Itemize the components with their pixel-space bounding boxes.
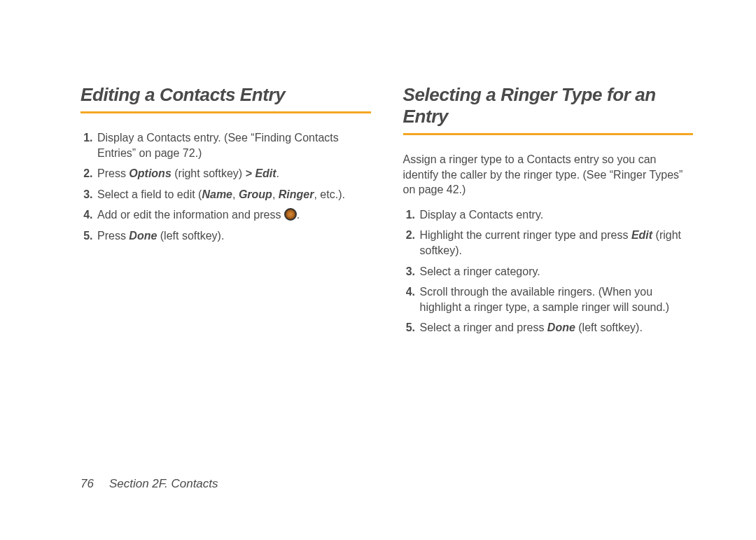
right-column: Selecting a Ringer Type for an Entry Ass… (403, 84, 694, 540)
field-name: Name (202, 188, 232, 200)
step-item: Display a Contacts entry. (419, 207, 694, 223)
ui-label-options: Options (129, 167, 171, 179)
step-item: Select a ringer category. (419, 264, 694, 279)
step-text: Press (97, 167, 129, 179)
step-text: . (276, 167, 279, 179)
step-text: Display a Contacts entry. (See “Finding … (97, 132, 339, 159)
step-item: Press Done (left softkey). (96, 228, 371, 244)
step-text: Press (97, 230, 129, 242)
step-item: Press Options (right softkey) > Edit. (96, 166, 371, 181)
ui-label-done: Done (547, 321, 575, 333)
steps-list-ringer: Display a Contacts entry. Highlight the … (403, 207, 694, 335)
field-ringer: Ringer (279, 188, 314, 200)
intro-paragraph: Assign a ringer type to a Contacts entry… (403, 152, 694, 198)
step-item: Select a field to edit (Name, Group, Rin… (96, 187, 371, 202)
step-text: (right softkey) (172, 167, 246, 179)
steps-list-editing: Display a Contacts entry. (See “Finding … (80, 130, 371, 244)
step-text: Display a Contacts entry. (420, 209, 544, 221)
step-item: Display a Contacts entry. (See “Finding … (96, 130, 371, 160)
page-number: 76 (80, 477, 94, 490)
heading-selecting-ringer: Selecting a Ringer Type for an Entry (403, 84, 694, 127)
step-text: , (232, 188, 239, 200)
step-text: . (297, 209, 300, 221)
ui-label-edit: Edit (631, 229, 652, 241)
ui-label-done: Done (129, 230, 157, 242)
accent-bar (403, 133, 694, 135)
ui-label-edit: > Edit (246, 167, 276, 179)
step-text: Select a ringer and press (420, 321, 547, 333)
page-footer: 76Section 2F. Contacts (80, 477, 218, 491)
step-text: Add or edit the information and press (97, 209, 284, 221)
field-group: Group (239, 188, 272, 200)
step-text: Scroll through the available ringers. (W… (420, 286, 670, 313)
center-key-icon (284, 208, 297, 221)
step-text: Select a field to edit ( (97, 188, 202, 200)
heading-editing-contacts: Editing a Contacts Entry (80, 84, 371, 106)
step-text: , (272, 188, 279, 200)
step-item: Scroll through the available ringers. (W… (419, 284, 694, 314)
section-label: Section 2F. Contacts (109, 477, 218, 490)
left-column: Editing a Contacts Entry Display a Conta… (80, 84, 371, 540)
step-text: , etc.). (314, 188, 344, 200)
step-text: Select a ringer category. (420, 265, 540, 277)
step-item: Highlight the current ringer type and pr… (419, 228, 694, 258)
step-item: Select a ringer and press Done (left sof… (419, 320, 694, 335)
step-text: (left softkey). (575, 321, 643, 333)
document-page: Editing a Contacts Entry Display a Conta… (0, 0, 756, 540)
step-item: Add or edit the information and press . (96, 207, 371, 223)
step-text: Highlight the current ringer type and pr… (420, 229, 631, 241)
step-text: (left softkey). (157, 230, 224, 242)
accent-bar (80, 111, 371, 113)
